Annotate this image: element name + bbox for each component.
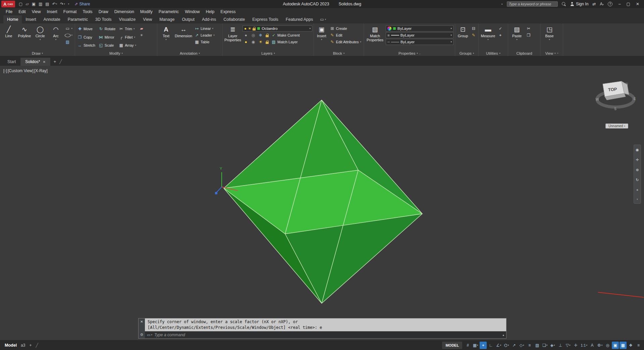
menu-window[interactable]: Window	[182, 9, 203, 14]
autodesk-a-menu[interactable]: A▾	[600, 2, 604, 6]
viewcube-face-label[interactable]: TOP	[608, 87, 617, 92]
menu-parametric[interactable]: Parametric	[156, 9, 182, 14]
layer-off-button[interactable]: ●	[243, 32, 249, 38]
ucs-origin-grip[interactable]	[215, 192, 217, 194]
array-button[interactable]: ▦Array▾	[118, 42, 137, 48]
save-icon[interactable]: ▣	[32, 2, 36, 6]
infocenter-collapse-icon[interactable]: ▸	[501, 3, 503, 5]
text-button[interactable]: A Text ▾	[159, 24, 173, 50]
mirror-button[interactable]: ⋈Mirror	[98, 34, 116, 40]
tab-manage[interactable]: Manage	[156, 15, 178, 23]
groups-panel-caption[interactable]: Groups▾	[455, 50, 478, 56]
modify-panel-caption[interactable]: Modify▾	[75, 50, 157, 56]
navbar-menu-icon[interactable]: ▾	[637, 198, 638, 201]
layers-panel-caption[interactable]: Layers▾	[223, 50, 314, 56]
layer-freeze-button[interactable]: ❄	[257, 32, 264, 38]
match-layer-button[interactable]: ▧Match Layer	[270, 39, 299, 45]
pan-icon[interactable]: ✛	[636, 158, 639, 162]
snap-mode-button[interactable]: ▦▾	[472, 342, 479, 349]
ellipse-button[interactable]: ◯▾	[64, 32, 74, 38]
graphics-performance-button[interactable]: ▣	[612, 342, 619, 349]
linear-button[interactable]: ↦Linear▾	[194, 26, 216, 32]
utilities-panel-caption[interactable]: Utilities▾	[479, 50, 508, 56]
explode-button[interactable]: ✶	[138, 32, 145, 38]
close-icon[interactable]: ✕	[636, 2, 639, 6]
menu-tools[interactable]: Tools	[79, 9, 95, 14]
redo-button[interactable]: ↷▾	[60, 2, 65, 6]
circle-button[interactable]: ◯ Circle ▾	[33, 24, 48, 50]
qat-customize-icon[interactable]: ▾	[68, 3, 69, 5]
base-view-button[interactable]: ◳ Base ▾	[542, 24, 557, 50]
draw-panel-caption[interactable]: Draw▾	[0, 50, 75, 56]
group-edit-button[interactable]: ✎	[470, 32, 477, 38]
layout-tab-a3[interactable]: a3	[21, 343, 25, 348]
isolate-objects-button[interactable]: ◎	[604, 342, 611, 349]
layer-dropdown[interactable]: ● ☀ Octaedro ▾	[243, 26, 312, 32]
insert-block-button[interactable]: ▣ Insert ▾	[315, 24, 328, 50]
tab-start[interactable]: Start	[3, 58, 20, 66]
layer-isolate-button[interactable]: ◎	[250, 32, 257, 38]
panel-launcher-icon[interactable]: ⌟	[419, 52, 420, 55]
line-button[interactable]: ╱ Line	[1, 24, 16, 50]
ortho-button[interactable]: ∟	[487, 342, 494, 349]
edit-block-button[interactable]: ✎Edit	[329, 32, 362, 38]
tab-3d-tools[interactable]: 3D Tools	[92, 15, 115, 23]
recent-commands-icon[interactable]: ▴	[502, 333, 504, 337]
move-button[interactable]: ✚Move	[76, 26, 96, 32]
object-color-dropdown[interactable]: ByLayer ▾	[386, 26, 453, 32]
trim-button[interactable]: ✂Trim▾	[118, 26, 137, 32]
selection-cycling-button[interactable]: ❏▾	[541, 342, 548, 349]
customization-button[interactable]: ≡	[635, 342, 642, 349]
match-properties-button[interactable]: ▧ Match Properties	[365, 24, 385, 50]
dynamic-input-button[interactable]: ⌖	[480, 342, 487, 349]
paste-button[interactable]: ▨ Paste ▾	[509, 24, 524, 50]
layer-thaw-button[interactable]: ☀	[257, 39, 264, 45]
open-icon[interactable]: ▱	[25, 2, 29, 6]
hardware-acceleration-button[interactable]: ▩	[620, 342, 627, 349]
menu-file[interactable]: File	[3, 9, 15, 14]
menu-help[interactable]: Help	[203, 9, 218, 14]
menu-express[interactable]: Express	[217, 9, 238, 14]
minimize-icon[interactable]: –	[619, 2, 621, 6]
grid-display-button[interactable]: #	[464, 342, 471, 349]
search-icon[interactable]	[562, 2, 566, 6]
new-drawing-button[interactable]: +	[54, 59, 56, 64]
annotation-panel-caption[interactable]: Annotation▾	[157, 50, 222, 56]
tab-express-tools[interactable]: Express Tools	[249, 15, 282, 23]
viewcube[interactable]: W S E N TOP	[595, 78, 637, 115]
tab-parametric[interactable]: Parametric	[64, 15, 92, 23]
make-current-button[interactable]: ✓Make Current	[270, 32, 301, 38]
help-icon[interactable]: ?	[608, 2, 612, 6]
command-input[interactable]	[154, 333, 501, 337]
compass-east[interactable]: E	[634, 97, 636, 101]
menu-edit[interactable]: Edit	[15, 9, 29, 14]
gizmo-button[interactable]: ✛	[572, 342, 579, 349]
command-close-icon[interactable]: ✕	[140, 320, 143, 323]
tab-view[interactable]: View	[139, 15, 156, 23]
save-as-icon[interactable]: ▥	[39, 2, 42, 6]
steering-wheel-icon[interactable]: ◉	[636, 148, 639, 152]
group-button[interactable]: ⊡ Group	[457, 24, 469, 50]
leader-button[interactable]: ↗Leader▾	[194, 32, 216, 38]
menu-draw[interactable]: Draw	[96, 9, 111, 14]
tab-insert[interactable]: Insert	[22, 15, 40, 23]
undo-button[interactable]: ↶▾	[52, 2, 57, 6]
linetype-dropdown[interactable]: ┄ ByLayer ▾	[386, 39, 453, 45]
showmotion-icon[interactable]: ⌖	[636, 188, 638, 192]
compass-south[interactable]: S	[614, 107, 616, 111]
edit-attributes-button[interactable]: ✎Edit Attributes▾	[329, 39, 362, 45]
menu-insert[interactable]: Insert	[44, 9, 60, 14]
command-prompt-icon[interactable]: ▭▾	[147, 333, 152, 337]
scale-button[interactable]: ◱Scale	[98, 42, 116, 48]
new-layout-button[interactable]: +	[29, 343, 32, 348]
block-panel-caption[interactable]: Block▾	[314, 50, 364, 56]
cut-button[interactable]: ✂	[525, 26, 532, 32]
sign-in-button[interactable]: Sign In	[570, 2, 588, 6]
viewport-visual-style-control[interactable]: [X-Ray]	[34, 68, 48, 73]
tab-output[interactable]: Output	[178, 15, 198, 23]
workspace-switching-button[interactable]: ⚙▾	[596, 342, 603, 349]
layer-unisolate-button[interactable]: ◉	[250, 39, 257, 45]
stretch-button[interactable]: ↔Stretch	[76, 42, 96, 48]
lineweight-toggle-button[interactable]: ≡	[526, 342, 533, 349]
tab-solidos[interactable]: Solidos* ✕	[20, 58, 50, 66]
